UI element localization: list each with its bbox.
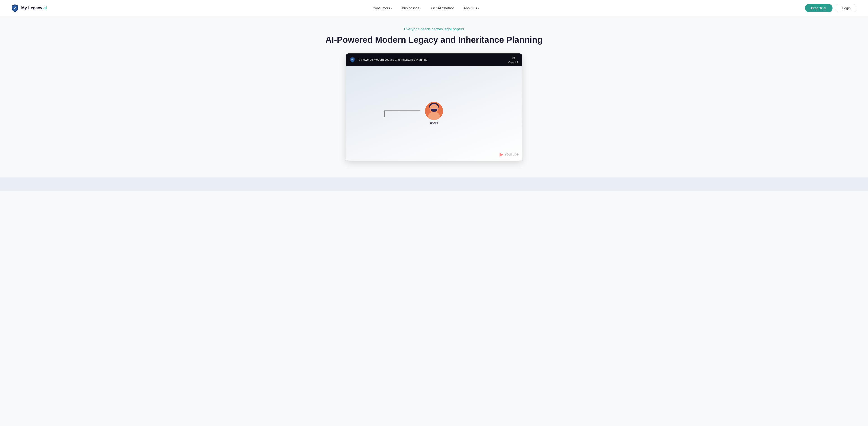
user-label: Users <box>430 121 438 125</box>
navbar-actions: Free Trial Login <box>805 4 857 12</box>
nav-genai-chatbot[interactable]: GenAI Chatbot <box>427 4 458 12</box>
logo-text: My-Legacy.ai <box>21 6 47 10</box>
bottom-section <box>0 177 868 191</box>
avatar-body <box>428 112 440 120</box>
youtube-text: YouTube <box>504 152 519 157</box>
video-wrapper: AI-Powered Modern Legacy and Inheritance… <box>346 53 522 161</box>
logo[interactable]: My-Legacy.ai <box>11 4 47 12</box>
nav-businesses[interactable]: Businesses ▾ <box>398 4 426 12</box>
free-trial-button[interactable]: Free Trial <box>805 4 833 12</box>
businesses-chevron-icon: ▾ <box>420 7 421 9</box>
youtube-icon: ▶ <box>500 151 503 157</box>
copy-link-button[interactable]: ⧉ Copy link <box>508 56 519 64</box>
youtube-watermark: ▶ YouTube <box>500 151 519 157</box>
user-avatar <box>425 102 443 120</box>
about-us-chevron-icon: ▾ <box>478 7 479 9</box>
hero-title: AI-Powered Modern Legacy and Inheritance… <box>326 35 543 45</box>
video-body[interactable]: Users ▶ YouTube <box>346 66 522 161</box>
diagram-area: Users <box>425 102 443 125</box>
copy-icon: ⧉ <box>512 56 515 60</box>
video-topbar-left: AI-Powered Modern Legacy and Inheritance… <box>349 57 428 62</box>
consumers-chevron-icon: ▾ <box>391 7 392 9</box>
nav-about-us[interactable]: About us ▾ <box>460 4 483 12</box>
video-logo-icon <box>349 57 355 62</box>
diagram-line-left <box>384 110 421 111</box>
avatar-circle <box>425 102 443 120</box>
navbar: My-Legacy.ai Consumers ▾ Businesses ▾ Ge… <box>0 0 868 16</box>
hero-tagline: Everyone needs certain legal papers <box>404 27 464 31</box>
logo-shield-icon <box>11 4 19 12</box>
navbar-nav: Consumers ▾ Businesses ▾ GenAI Chatbot A… <box>368 4 483 12</box>
nav-consumers[interactable]: Consumers ▾ <box>368 4 396 12</box>
video-topbar: AI-Powered Modern Legacy and Inheritance… <box>346 53 522 66</box>
video-title-text: AI-Powered Modern Legacy and Inheritance… <box>358 58 428 61</box>
main-content: Everyone needs certain legal papers AI-P… <box>0 16 868 177</box>
login-button[interactable]: Login <box>836 4 857 12</box>
